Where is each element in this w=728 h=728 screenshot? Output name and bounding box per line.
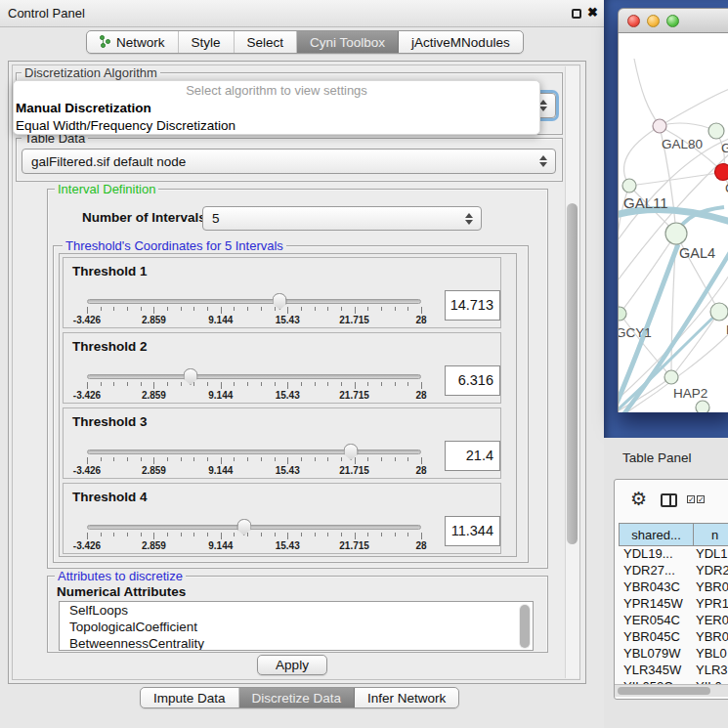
node-partial-bottom[interactable] (696, 401, 709, 412)
table-panel-title: Table Panel (622, 450, 692, 465)
tab[interactable]: Cyni Toolbox (297, 31, 399, 53)
horizontal-scrollbar-thumb[interactable] (618, 687, 710, 695)
slider-track[interactable] (87, 299, 421, 304)
cell-shared-name: YBL079W (619, 646, 691, 663)
cell-shared-name: YER054C (619, 613, 691, 629)
list-scrollbar[interactable] (519, 604, 531, 649)
tab-label: Impute Data (153, 688, 226, 708)
node-gal4[interactable] (665, 223, 687, 244)
tab[interactable]: jActiveMNodules (399, 31, 523, 53)
attribute-list-item[interactable]: BetweennessCentrality (60, 635, 533, 651)
cell-name: YPR1 (691, 596, 728, 613)
table-row[interactable]: YPR145W YPR1 (619, 596, 728, 613)
attribute-list-item[interactable]: SelfLoops (60, 602, 533, 619)
network-canvas[interactable]: GAL80 GA GAL11 C GAL4 GCY1 H HAP2 (618, 33, 728, 412)
tab-label: Cyni Toolbox (310, 31, 385, 54)
cell-shared-name: YLR345W (619, 663, 691, 679)
table-data-value: galFiltered.sif default node (31, 154, 186, 169)
list-scrollbar-thumb[interactable] (520, 605, 530, 648)
tab-label: Style (192, 31, 221, 54)
zoom-traffic-light-icon[interactable] (666, 15, 679, 27)
network-graph: GAL80 GA GAL11 C GAL4 GCY1 H HAP2 (619, 33, 728, 412)
close-icon[interactable]: ✖ (587, 5, 598, 20)
tab-label: Select (247, 31, 284, 54)
node-label-gal4: GAL4 (679, 245, 715, 261)
number-of-intervals-combobox[interactable]: 5 (202, 206, 482, 231)
node-partial-h[interactable] (710, 303, 728, 321)
dropdown-option[interactable]: Manual Discretization (14, 100, 539, 117)
tab[interactable]: Network (87, 31, 179, 53)
node-gcy1[interactable] (619, 307, 626, 321)
cell-shared-name: YPR145W (619, 596, 691, 613)
minimize-traffic-light-icon[interactable] (647, 15, 660, 27)
column-view-icon[interactable] (661, 493, 677, 507)
node-hap2[interactable] (664, 370, 678, 384)
node-partial-top[interactable] (708, 123, 724, 139)
panel-title: Control Panel (8, 6, 85, 21)
node-label-gcy1: GCY1 (619, 325, 652, 340)
node-red-selected[interactable] (715, 164, 728, 181)
checkbox-icons[interactable]: ✓✓ (687, 495, 705, 503)
combo-stepper-icon (539, 100, 547, 111)
threshold-label: Threshold 2 (72, 339, 148, 354)
float-window-icon[interactable] (572, 9, 581, 19)
attributes-group-label: Attributes to discretize (55, 569, 186, 583)
slider-track[interactable] (87, 525, 421, 530)
table-row[interactable]: YLR345W YLR3 (619, 663, 728, 679)
slider-ticks (87, 533, 421, 540)
table-data-combobox[interactable]: galFiltered.sif default node (21, 149, 556, 174)
table-row[interactable]: YDR27... YDR2 (619, 563, 728, 579)
cell-name: YLR3 (691, 663, 728, 679)
slider-track[interactable] (87, 374, 421, 379)
horizontal-scrollbar[interactable] (615, 684, 728, 697)
cell-name: YDR2 (691, 563, 728, 579)
slider-tick-labels: -3.4262.8599.14415.4321.71528 (87, 390, 421, 401)
combo-stepper-icon (539, 155, 547, 167)
vertical-scrollbar-thumb[interactable] (567, 203, 578, 544)
table-row[interactable]: YBL079W YBL0 (619, 646, 728, 663)
threshold-value-field[interactable]: 11.344 (445, 516, 500, 546)
tab[interactable]: Style (179, 31, 235, 53)
dropdown-option[interactable]: Equal Width/Frequency Discretization (14, 117, 539, 135)
node-gal11[interactable] (622, 179, 636, 193)
cell-name: YBL0 (691, 646, 727, 663)
table-row[interactable]: YBR043C YBR0 (619, 579, 728, 596)
screen: Control Panel ✖ Network Style Select Cyn… (0, 0, 728, 728)
threshold-value-field[interactable]: 21.4 (445, 441, 500, 471)
numerical-attributes-label: Numerical Attributes (57, 584, 186, 599)
threshold-label: Threshold 4 (72, 490, 148, 504)
threshold-value-field[interactable]: 14.713 (445, 290, 500, 321)
node-label-gal11: GAL11 (623, 194, 668, 211)
node-gal80[interactable] (653, 119, 666, 133)
tab[interactable]: Discretize Data (239, 688, 356, 707)
column-header-name[interactable]: n (694, 523, 728, 546)
threshold-label: Threshold 1 (72, 264, 148, 278)
cell-name: YDL1 (691, 546, 728, 563)
gear-icon[interactable]: ⚙ (630, 488, 647, 510)
column-header-shared[interactable]: shared... (619, 523, 694, 546)
table-row[interactable]: YER054C YER0 (619, 613, 728, 629)
network-window-titlebar[interactable] (618, 8, 728, 33)
threshold-value-field[interactable]: 6.316 (445, 365, 500, 396)
control-panel-tabs: Network Style Select Cyni Toolbox jActiv… (86, 30, 524, 54)
cell-name: YBR0 (691, 629, 728, 646)
slider-tick-labels: -3.4262.8599.14415.4321.71528 (87, 540, 421, 551)
tab[interactable]: Impute Data (141, 688, 239, 707)
attribute-list-item[interactable]: TopologicalCoefficient (60, 619, 533, 635)
cyni-mode-tabs: Impute Data Discretize Data Infer Networ… (140, 687, 459, 708)
threshold-row: Threshold 3 -3.4262.8599.14415.4321.7152… (63, 407, 501, 479)
discretization-algorithm-label: Discretization Algorithm (21, 65, 160, 80)
slider-tick-labels: -3.4262.8599.14415.4321.71528 (87, 315, 421, 325)
number-of-intervals-label: Number of Intervals (82, 210, 206, 225)
apply-button[interactable]: Apply (257, 655, 327, 675)
thresholds-group-label: Threshold's Coordinates for 5 Intervals (63, 238, 286, 253)
tab[interactable]: Select (235, 31, 298, 53)
node-label-gal80: GAL80 (662, 137, 703, 151)
dropdown-hint-item[interactable]: Select algorithm to view settings (14, 81, 539, 100)
table-row[interactable]: YBR045C YBR0 (619, 629, 728, 646)
slider-track[interactable] (87, 450, 421, 454)
tab[interactable]: Infer Network (355, 688, 458, 707)
table-rows: YDL19... YDL1 YDR27... YDR2 YBR043C YBR0… (619, 546, 728, 696)
close-traffic-light-icon[interactable] (627, 15, 640, 27)
table-row[interactable]: YDL19... YDL1 (619, 546, 728, 563)
